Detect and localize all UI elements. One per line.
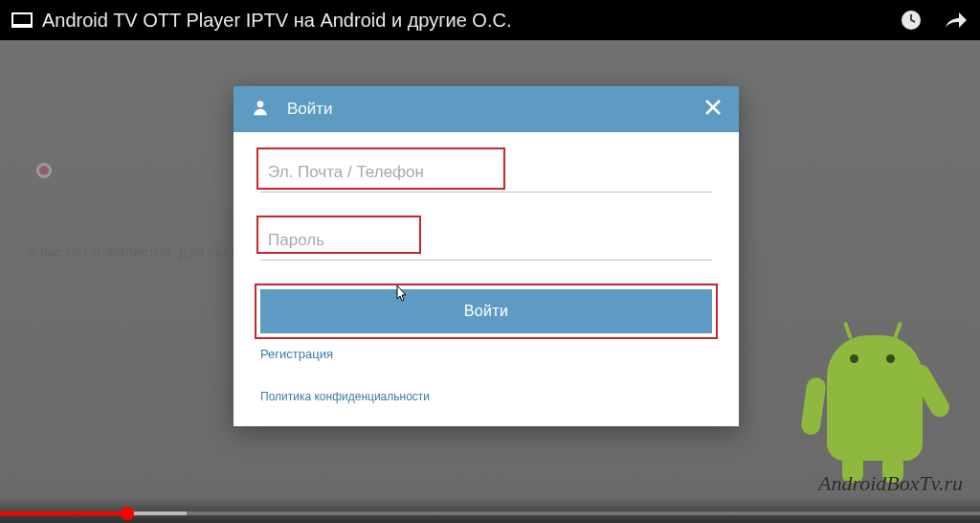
user-icon: [251, 98, 270, 121]
email-field[interactable]: [260, 149, 712, 193]
progress-played: [0, 512, 127, 515]
monitor-icon: [11, 12, 33, 28]
progress-handle-icon[interactable]: [121, 507, 134, 520]
login-modal: Войти Войти Регистрация Политика конфиде…: [234, 86, 739, 426]
watermark: AndroidBoxTv.ru: [818, 471, 963, 496]
modal-body: Войти Регистрация Политика конфиденциаль…: [234, 132, 739, 426]
email-field-wrap: [260, 149, 712, 193]
login-button[interactable]: Войти: [260, 289, 712, 333]
close-icon[interactable]: [704, 97, 722, 122]
register-link[interactable]: Регистрация: [260, 347, 712, 361]
password-field[interactable]: [260, 217, 712, 261]
share-icon[interactable]: [944, 9, 969, 32]
android-mascot: [808, 322, 942, 485]
modal-header: Войти: [234, 86, 739, 132]
controls-gradient: [0, 496, 980, 523]
video-area[interactable]: У вас нет плейлистов. Для выб Войти Войт…: [0, 40, 980, 523]
title-actions: [900, 9, 969, 32]
svg-point-1: [257, 101, 264, 107]
modal-title: Войти: [287, 100, 704, 119]
login-button-wrap: Войти: [260, 289, 712, 333]
watch-later-icon[interactable]: [900, 9, 923, 32]
record-dot-icon: [36, 163, 52, 178]
privacy-link[interactable]: Политика конфиденциальности: [260, 390, 712, 403]
playlist-empty-hint: У вас нет плейлистов. Для выб: [27, 243, 234, 260]
progress-bar[interactable]: [0, 512, 980, 515]
password-field-wrap: [260, 217, 712, 261]
video-title-bar: Android TV OTT Player IPTV на Android и …: [0, 0, 980, 40]
video-title: Android TV OTT Player IPTV на Android и …: [42, 10, 900, 32]
